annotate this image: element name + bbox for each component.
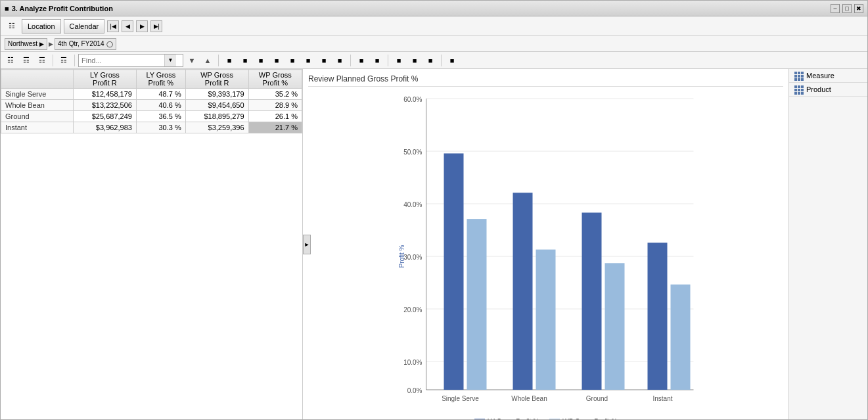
calendar-button[interactable]: Calendar	[64, 19, 105, 34]
tool9-icon[interactable]: ■	[354, 54, 369, 67]
tool13-icon[interactable]: ■	[423, 54, 438, 67]
nav-last-btn[interactable]: ▶|	[150, 20, 162, 32]
col-ly-pct: LY GrossProfit %	[136, 70, 185, 89]
nav-first-btn[interactable]: |◀	[107, 20, 119, 32]
table-row[interactable]: Whole Bean$13,232,50640.6 %$9,454,65028.…	[1, 100, 302, 111]
tool11-icon[interactable]: ■	[392, 54, 406, 67]
svg-rect-19	[536, 250, 556, 390]
tool6-icon[interactable]: ■	[301, 54, 315, 67]
row-ly-pct: 48.7 %	[136, 89, 185, 100]
chart-title: Review Planned Gross Profit %	[308, 74, 783, 87]
svg-rect-16	[444, 153, 464, 390]
find-dropdown[interactable]: ▼	[164, 55, 176, 66]
product-item[interactable]: Product	[789, 83, 867, 97]
nav-next-btn[interactable]: ▶	[136, 20, 148, 32]
table-body: Single Serve$12,458,17948.7 %$9,393,1793…	[1, 89, 302, 133]
row-ly-r: $12,458,179	[74, 89, 137, 100]
tool4-icon[interactable]: ■	[269, 54, 284, 67]
row-ly-pct: 36.5 %	[136, 111, 185, 122]
table-row[interactable]: Single Serve$12,458,17948.7 %$9,393,1793…	[1, 89, 302, 100]
legend-ly-label: LY Gross Profit %	[488, 418, 539, 419]
row-name: Whole Bean	[1, 100, 74, 111]
bar-chart-icon[interactable]: ☶	[57, 54, 71, 67]
tool14-icon[interactable]: ■	[445, 54, 459, 67]
svg-text:0.0%: 0.0%	[407, 387, 423, 394]
row-wp-pct: 35.2 %	[248, 89, 302, 100]
title-bar: ■ 3. Analyze Profit Contribution – □ ✖	[1, 1, 867, 16]
measure-product-panel: Measure Product	[788, 69, 867, 419]
row-ly-r: $13,232,506	[74, 100, 137, 111]
row-name: Single Serve	[1, 89, 74, 100]
period-tag[interactable]: 4th Qtr, FY2014 ◯	[55, 38, 116, 50]
region-remove-btn[interactable]: ▶	[39, 41, 44, 47]
grid-icon[interactable]: ☷	[5, 20, 19, 33]
svg-text:Single Serve: Single Serve	[442, 395, 479, 402]
svg-rect-20	[582, 213, 602, 390]
main-content: LY GrossProfit R LY GrossProfit % WP Gro…	[1, 69, 867, 419]
product-label: Product	[806, 85, 831, 93]
svg-text:20.0%: 20.0%	[403, 306, 422, 314]
window-controls: – □ ✖	[831, 4, 863, 13]
table-icon[interactable]: ☷	[3, 54, 18, 67]
nav-prev-btn[interactable]: ◀	[122, 20, 133, 32]
tool7-icon[interactable]: ■	[317, 54, 331, 67]
close-btn[interactable]: ✖	[854, 4, 863, 13]
pivot-icon[interactable]: ☶	[19, 54, 34, 67]
svg-text:60.0%: 60.0%	[403, 96, 422, 103]
context-bar: Northwest ▶ ▶ 4th Qtr, FY2014 ◯	[1, 36, 867, 52]
chart-icon[interactable]: ☶	[35, 54, 49, 67]
period-label: 4th Qtr, FY2014	[58, 40, 104, 47]
sep6	[441, 55, 442, 66]
title-text: 3. Analyze Profit Contribution	[12, 5, 113, 12]
row-wp-pct: 28.9 %	[248, 100, 302, 111]
svg-rect-22	[648, 243, 668, 390]
table-header-row: LY GrossProfit R LY GrossProfit % WP Gro…	[1, 70, 302, 89]
row-ly-r: $25,687,249	[74, 111, 137, 122]
legend-ly-color	[474, 419, 485, 420]
sep3	[218, 55, 219, 66]
find-down-btn[interactable]: ▼	[185, 54, 199, 67]
measure-item[interactable]: Measure	[789, 69, 867, 83]
location-button[interactable]: Location	[22, 19, 61, 34]
tool10-icon[interactable]: ■	[370, 54, 384, 67]
col-wp-r: WP GrossProfit R	[185, 70, 248, 89]
measure-icon	[794, 72, 804, 80]
tool3-icon[interactable]: ■	[254, 54, 268, 67]
row-wp-pct: 21.7 %	[248, 122, 302, 133]
window-title: ■ 3. Analyze Profit Contribution	[5, 5, 113, 12]
minimize-btn[interactable]: –	[831, 4, 840, 13]
legend-wp-label: WP Gross Profit %	[562, 418, 617, 419]
find-input[interactable]	[79, 55, 164, 66]
find-up-btn[interactable]: ▲	[200, 54, 215, 67]
row-ly-r: $3,962,983	[74, 122, 137, 133]
collapse-button[interactable]: ►	[303, 235, 311, 254]
svg-text:Ground: Ground	[586, 395, 608, 402]
col-name	[1, 70, 74, 89]
row-wp-r: $18,895,279	[185, 111, 248, 122]
sep2	[74, 55, 75, 66]
legend-wp: WP Gross Profit %	[549, 418, 617, 419]
col-ly-r: LY GrossProfit R	[74, 70, 137, 89]
period-remove-btn[interactable]: ◯	[106, 41, 113, 47]
tool1-icon[interactable]: ■	[222, 54, 237, 67]
tool12-icon[interactable]: ■	[407, 54, 422, 67]
svg-rect-21	[605, 263, 625, 390]
region-tag[interactable]: Northwest ▶	[5, 38, 47, 50]
table-row[interactable]: Instant$3,962,98330.3 %$3,259,39621.7 %	[1, 122, 302, 133]
row-wp-r: $3,259,396	[185, 122, 248, 133]
svg-rect-23	[671, 285, 691, 390]
chart-svg: 60.0% 50.0% 40.0% 30.0% 20.0% 10.0% 0.0%	[308, 92, 783, 414]
tool8-icon[interactable]: ■	[332, 54, 347, 67]
svg-rect-17	[467, 219, 487, 390]
svg-text:Whole Bean: Whole Bean	[511, 395, 547, 402]
row-wp-pct: 26.1 %	[248, 111, 302, 122]
row-name: Instant	[1, 122, 74, 133]
table-area: LY GrossProfit R LY GrossProfit % WP Gro…	[1, 69, 303, 419]
table-row[interactable]: Ground$25,687,24936.5 %$18,895,27926.1 %	[1, 111, 302, 122]
tool5-icon[interactable]: ■	[285, 54, 300, 67]
svg-text:Profit %: Profit %	[398, 245, 405, 268]
row-ly-pct: 40.6 %	[136, 100, 185, 111]
tool2-icon[interactable]: ■	[238, 54, 252, 67]
restore-btn[interactable]: □	[842, 4, 852, 13]
row-ly-pct: 30.3 %	[136, 122, 185, 133]
